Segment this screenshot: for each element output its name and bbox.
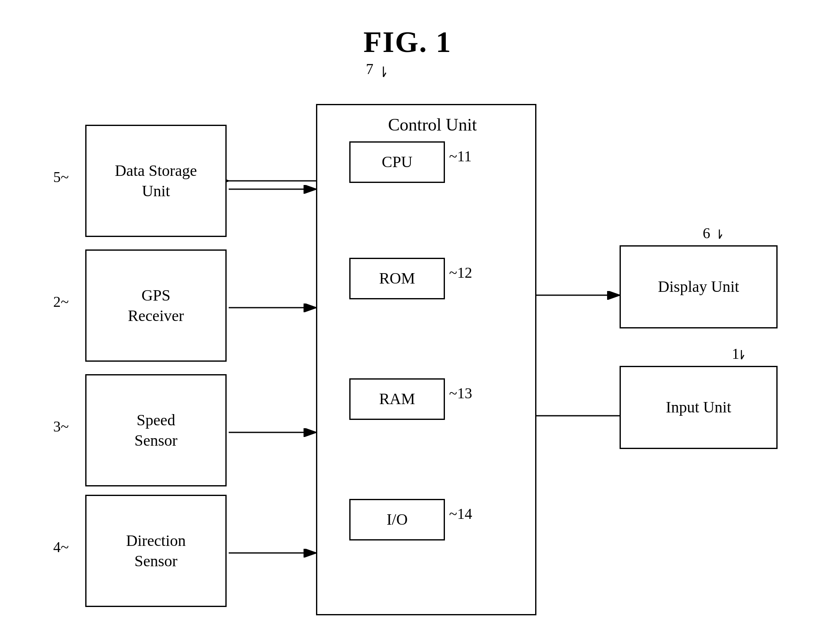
direction-sensor-box: Direction Sensor [85, 495, 227, 607]
gps-receiver-box: GPS Receiver [85, 249, 227, 362]
display-unit-box: Display Unit [620, 245, 778, 328]
input-unit-box: Input Unit [620, 366, 778, 449]
io-box: I/O [349, 499, 445, 540]
ref-cpu: ~11 [449, 148, 472, 165]
page-title: FIG. 1 [0, 0, 815, 59]
ref-control-unit: 7 [366, 60, 373, 78]
ref-data-storage: 5~ [53, 168, 69, 186]
ref-gps: 2~ [53, 293, 69, 311]
rom-box: ROM [349, 258, 445, 299]
ref-rom: ~12 [449, 264, 472, 281]
ref-direction-sensor: 4~ [53, 538, 69, 556]
ref-io: ~14 [449, 505, 472, 523]
speed-sensor-box: Speed Sensor [85, 374, 227, 486]
ref-speed-sensor: 3~ [53, 418, 69, 435]
cpu-box: CPU [349, 141, 445, 183]
ref-display-unit: 6 [703, 225, 710, 242]
ref-ram: ~13 [449, 385, 472, 402]
ram-box: RAM [349, 378, 445, 420]
data-storage-box: Data Storage Unit [85, 125, 227, 237]
